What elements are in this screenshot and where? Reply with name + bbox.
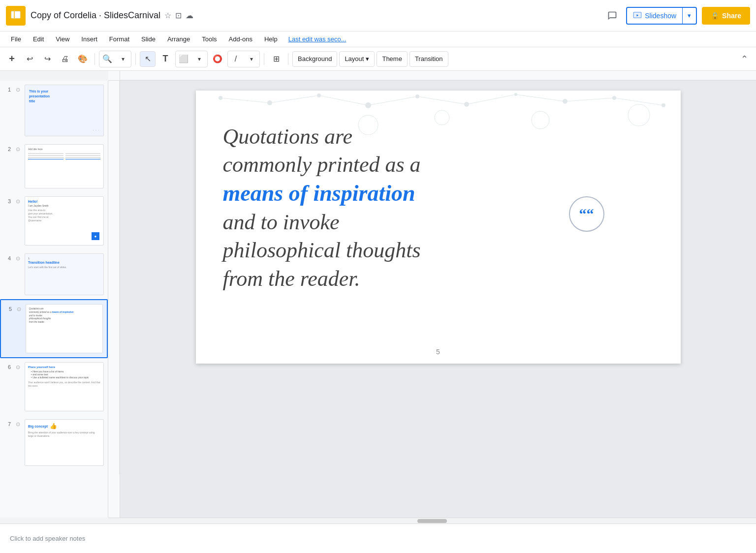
separator-1 [94, 53, 95, 65]
slide-item-3[interactable]: 3 ⊙ Hello! I am Jayden Smith Use this ar… [0, 192, 108, 249]
menu-slide[interactable]: Slide [136, 33, 160, 45]
app-icon [6, 6, 26, 26]
slide-item-7[interactable]: 7 ⊙ Big concept 👍 Bring the attention of… [0, 415, 108, 470]
layout-view-button[interactable]: ⊞ [268, 51, 284, 67]
image-group: ⬜ ▾ [175, 51, 208, 67]
slide-item-5[interactable]: 5 ⊙ Quotations arecommonly printed as a … [0, 299, 108, 358]
scrollbar-handle[interactable] [417, 519, 447, 523]
menu-file[interactable]: File [6, 33, 26, 45]
slide-link-icon-2: ⊙ [16, 146, 20, 153]
present-button-group: Slideshow ▾ [626, 7, 697, 25]
slide-1-title-text: This is yourpresentationtitle [29, 89, 99, 103]
svg-line-23 [368, 96, 417, 105]
slide-5-preview: Quotations arecommonly printed as a mean… [29, 307, 99, 324]
slide-canvas[interactable]: Quotations are commonly printed as a mea… [196, 91, 681, 364]
slide-3-text: Use this area togive your presentation.Y… [28, 209, 100, 222]
slide-item-2[interactable]: 2 ⊙ Add title here [0, 140, 108, 192]
menu-view[interactable]: View [51, 33, 74, 45]
svg-line-26 [516, 94, 565, 101]
slide-item-1[interactable]: 1 ⊙ This is yourpresentationtitle · · · [0, 81, 108, 140]
text-tool[interactable]: T [158, 51, 173, 67]
thumb-up-icon: 👍 [50, 423, 57, 430]
ruler-h-ticks: // ticks drawn inline below [120, 71, 756, 80]
title-bar-right: Slideshow ▾ 🔒 Share [603, 7, 750, 25]
menu-arrange[interactable]: Arrange [162, 33, 195, 45]
slide-7-title: Big concept [28, 425, 48, 428]
svg-line-22 [319, 95, 368, 105]
share-button[interactable]: 🔒 Share [702, 7, 750, 25]
doc-title: Copy of Cordelia · SlidesCarnival [31, 10, 160, 21]
toolbar-right: ⌃ [736, 51, 752, 67]
slide-3-title: Hello! [28, 200, 100, 203]
slide-thumb-3[interactable]: Hello! I am Jayden Smith Use this area t… [25, 196, 104, 246]
slide-4-title: Transition headline [28, 261, 100, 264]
slide-number-5: 5 [5, 306, 12, 312]
paint-format-button[interactable]: 🎨 [75, 51, 91, 67]
zoom-group: 🔍 ▾ [99, 51, 131, 67]
transition-button[interactable]: Transition [410, 51, 448, 67]
separator-4 [288, 53, 288, 65]
slide-item-4[interactable]: 4 ⊙ 1. Transition headline Let's start w… [0, 249, 108, 299]
line-button[interactable]: / [228, 51, 244, 67]
add-button[interactable]: + [4, 51, 20, 67]
menu-tools[interactable]: Tools [197, 33, 221, 45]
slide-7-body: Bring the attention of your audience ove… [28, 431, 100, 438]
slide-thumb-5[interactable]: Quotations arecommonly printed as a mean… [26, 304, 103, 353]
undo-button[interactable]: ↩ [22, 51, 37, 67]
menu-insert[interactable]: Insert [76, 33, 102, 45]
shape-button[interactable]: ⭕ [210, 51, 225, 67]
layout-dropdown-icon: ▾ [366, 55, 369, 62]
slide-thumb-1[interactable]: This is yourpresentationtitle · · · [25, 85, 104, 136]
slide-item-6[interactable]: 6 ⊙ Place yourself here • Here you have … [0, 358, 108, 415]
comment-button[interactable] [603, 7, 621, 25]
slide-thumb-7[interactable]: Big concept 👍 Bring the attention of you… [25, 419, 104, 466]
toolbar-collapse-button[interactable]: ⌃ [736, 51, 752, 67]
present-button-dropdown[interactable]: ▾ [682, 8, 696, 24]
menu-format[interactable]: Format [104, 33, 134, 45]
speaker-notes[interactable]: Click to add speaker notes [0, 523, 756, 553]
folder-icon[interactable]: ⊡ [175, 11, 182, 20]
lock-icon: 🔒 [711, 12, 719, 20]
slide-2-icons: ⊙ [14, 146, 22, 153]
canvas-area[interactable]: Quotations are commonly printed as a mea… [120, 81, 756, 518]
slide-7-icons: ⊙ [14, 421, 22, 428]
image-button[interactable]: ⬜ [176, 51, 191, 67]
image-dropdown[interactable]: ▾ [191, 51, 207, 67]
select-tool[interactable]: ↖ [140, 51, 156, 67]
present-button-main[interactable]: Slideshow [627, 8, 682, 24]
background-button[interactable]: Background [292, 51, 337, 67]
slide-4-sub: Let's start with the first set of slides… [28, 266, 100, 269]
zoom-dropdown[interactable]: ▾ [115, 51, 131, 67]
slide-number-7: 7 [4, 421, 11, 427]
svg-line-24 [417, 96, 467, 104]
quote-mark-circle: ““ [569, 196, 604, 232]
star-icon[interactable]: ☆ [164, 11, 171, 20]
layout-button[interactable]: Layout ▾ [339, 51, 375, 67]
slide-6-body: Your audience won't believe you, so desc… [28, 381, 100, 388]
slide-2-cols [28, 152, 100, 160]
cloud-icon[interactable]: ☁ [186, 11, 193, 20]
slide-number-3: 3 [4, 198, 11, 204]
svg-line-27 [565, 98, 614, 101]
doc-title-area: Copy of Cordelia · SlidesCarnival ☆ ⊡ ☁ [31, 10, 603, 21]
menu-help[interactable]: Help [259, 33, 283, 45]
slide-thumb-4[interactable]: 1. Transition headline Let's start with … [25, 253, 104, 295]
slide-thumb-6[interactable]: Place yourself here • Here you have a li… [25, 362, 104, 411]
line-dropdown[interactable]: ▾ [244, 51, 259, 67]
redo-button[interactable]: ↪ [39, 51, 55, 67]
print-button[interactable]: 🖨 [57, 51, 73, 67]
slide-1-decoration: · · · [93, 127, 99, 133]
background-label: Background [298, 55, 332, 62]
slide-thumb-2[interactable]: Add title here [25, 144, 104, 188]
canvas-scrollbar[interactable] [108, 518, 756, 523]
ruler-corner [108, 71, 120, 80]
theme-button[interactable]: Theme [377, 51, 407, 67]
page-number: 5 [436, 348, 440, 356]
quote-mark-text: ““ [579, 207, 594, 221]
menu-addons[interactable]: Add-ons [224, 33, 257, 45]
zoom-button[interactable]: 🔍 [99, 51, 115, 67]
slide-number-6: 6 [4, 364, 11, 370]
menu-edit[interactable]: Edit [28, 33, 49, 45]
slide-panel: 1 ⊙ This is yourpresentationtitle · · · … [0, 81, 108, 518]
svg-rect-0 [11, 11, 20, 18]
